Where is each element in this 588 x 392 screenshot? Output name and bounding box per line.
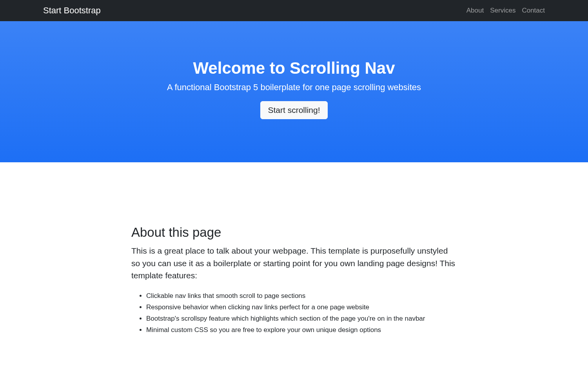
navbar: Start Bootstrap About Services Contact [0, 0, 588, 21]
nav-link-services[interactable]: Services [490, 7, 515, 14]
start-scrolling-button[interactable]: Start scrolling! [260, 101, 327, 119]
nav-link-about[interactable]: About [466, 7, 484, 14]
about-section: About this page This is a great place to… [0, 162, 588, 392]
list-item: Bootstrap's scrollspy feature which high… [146, 313, 457, 324]
about-heading: About this page [131, 225, 457, 240]
nav-links: About Services Contact [466, 7, 545, 15]
list-item: Responsive behavior when clicking nav li… [146, 302, 457, 312]
brand-link[interactable]: Start Bootstrap [43, 5, 101, 16]
list-item: Minimal custom CSS so you are free to ex… [146, 325, 457, 335]
hero-subtitle: A functional Bootstrap 5 boilerplate for… [8, 82, 580, 93]
hero-header: Welcome to Scrolling Nav A functional Bo… [0, 21, 588, 162]
about-lead: This is a great place to talk about your… [131, 245, 457, 282]
features-list: Clickable nav links that smooth scroll t… [131, 290, 457, 336]
list-item: Clickable nav links that smooth scroll t… [146, 290, 457, 301]
nav-link-contact[interactable]: Contact [522, 7, 545, 14]
hero-title: Welcome to Scrolling Nav [8, 59, 580, 78]
